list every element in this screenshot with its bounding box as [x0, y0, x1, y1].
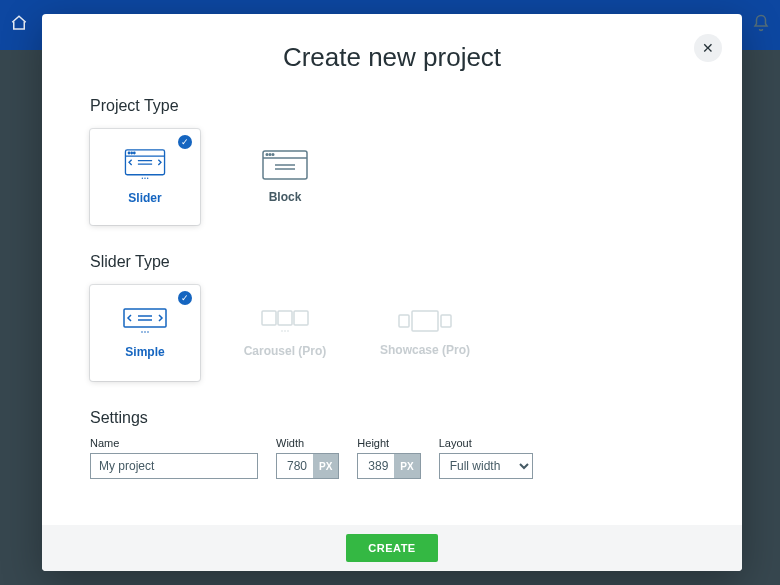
width-input-wrap: PX — [276, 453, 339, 479]
simple-slider-icon — [122, 307, 168, 335]
svg-point-13 — [269, 154, 271, 156]
width-unit[interactable]: PX — [313, 454, 338, 478]
project-type-row: ✓ Slider — [90, 129, 694, 225]
field-label-name: Name — [90, 437, 258, 449]
layout-select[interactable]: Full width — [439, 453, 533, 479]
svg-point-9 — [147, 178, 148, 179]
name-input[interactable] — [90, 453, 258, 479]
check-icon: ✓ — [178, 291, 192, 305]
slider-icon — [122, 149, 168, 181]
svg-point-28 — [287, 330, 289, 332]
card-label: Block — [269, 190, 302, 204]
svg-point-20 — [141, 331, 143, 333]
svg-point-3 — [131, 152, 132, 153]
card-label: Showcase (Pro) — [380, 343, 470, 357]
svg-point-8 — [144, 178, 145, 179]
svg-point-4 — [134, 152, 135, 153]
field-layout: Layout Full width — [439, 437, 533, 479]
field-height: Height PX — [357, 437, 420, 479]
svg-rect-29 — [399, 315, 409, 327]
card-label: Slider — [128, 191, 161, 205]
width-input[interactable] — [277, 454, 313, 478]
section-heading-settings: Settings — [90, 409, 694, 427]
svg-rect-25 — [294, 311, 308, 325]
check-icon: ✓ — [178, 135, 192, 149]
modal-body: Create new project Project Type ✓ — [42, 14, 742, 525]
svg-point-26 — [281, 330, 283, 332]
svg-point-21 — [144, 331, 146, 333]
svg-rect-24 — [278, 311, 292, 325]
modal-title: Create new project — [90, 42, 694, 73]
settings-form-row: Name Width PX Height PX Layout — [90, 437, 694, 479]
svg-rect-23 — [262, 311, 276, 325]
carousel-icon — [260, 308, 310, 334]
block-icon — [262, 150, 308, 180]
svg-rect-30 — [412, 311, 438, 331]
svg-point-12 — [266, 154, 268, 156]
slider-type-showcase[interactable]: Showcase (Pro) — [370, 285, 480, 381]
close-icon: ✕ — [702, 40, 714, 56]
field-label-width: Width — [276, 437, 339, 449]
svg-rect-17 — [124, 309, 166, 327]
modal-footer: CREATE — [42, 525, 742, 571]
section-heading-project-type: Project Type — [90, 97, 694, 115]
svg-point-7 — [142, 178, 143, 179]
height-input[interactable] — [358, 454, 394, 478]
card-label: Carousel (Pro) — [244, 344, 327, 358]
slider-type-carousel[interactable]: Carousel (Pro) — [230, 285, 340, 381]
field-label-layout: Layout — [439, 437, 533, 449]
height-unit[interactable]: PX — [394, 454, 419, 478]
slider-type-row: ✓ Simple — [90, 285, 694, 381]
svg-point-27 — [284, 330, 286, 332]
home-icon[interactable] — [10, 14, 28, 36]
svg-rect-31 — [441, 315, 451, 327]
field-label-height: Height — [357, 437, 420, 449]
close-button[interactable]: ✕ — [694, 34, 722, 62]
svg-point-22 — [147, 331, 149, 333]
project-type-slider[interactable]: ✓ Slider — [90, 129, 200, 225]
height-input-wrap: PX — [357, 453, 420, 479]
create-project-modal: ✕ Create new project Project Type ✓ — [42, 14, 742, 571]
showcase-icon — [397, 309, 453, 333]
field-width: Width PX — [276, 437, 339, 479]
svg-point-2 — [128, 152, 129, 153]
field-name: Name — [90, 437, 258, 479]
slider-type-simple[interactable]: ✓ Simple — [90, 285, 200, 381]
create-button[interactable]: CREATE — [346, 534, 437, 562]
card-label: Simple — [125, 345, 164, 359]
svg-point-14 — [272, 154, 274, 156]
section-heading-slider-type: Slider Type — [90, 253, 694, 271]
bell-icon[interactable] — [752, 14, 770, 36]
project-type-block[interactable]: Block — [230, 129, 340, 225]
